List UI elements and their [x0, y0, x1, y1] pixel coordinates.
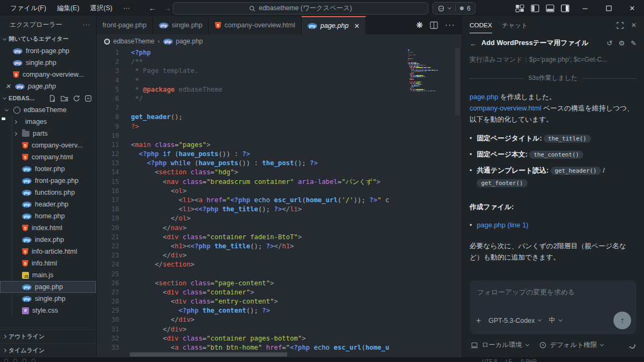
tree-item-info-article-html[interactable]: 5info-article.html: [0, 246, 96, 257]
editor-tab-page-php[interactable]: phppage.php✕: [302, 16, 366, 34]
back-icon[interactable]: ←: [470, 39, 477, 48]
tree-item-edbasetheme[interactable]: edbaseTheme: [0, 104, 96, 116]
open-editor-item[interactable]: phpsingle.php: [0, 57, 96, 69]
editor-tab-front-page-php[interactable]: front-page.php: [97, 16, 153, 34]
menu-item-2[interactable]: 選択(S): [85, 2, 118, 14]
maximize-button[interactable]: [597, 0, 620, 16]
minimap[interactable]: [408, 49, 447, 92]
file-link[interactable]: page.php: [470, 93, 498, 101]
attach-icon[interactable]: +: [476, 316, 481, 326]
code-editor[interactable]: 1234567891011121314151617181920212223242…: [97, 48, 462, 357]
close-window-button[interactable]: ✕: [620, 0, 644, 16]
codex-openai-icon[interactable]: ❋: [416, 20, 423, 30]
split-editor-icon[interactable]: [430, 21, 438, 29]
workspace-header[interactable]: EDBAS...: [0, 92, 96, 104]
chevron-down-icon: [525, 343, 529, 346]
menu-item-1[interactable]: 編集(E): [52, 2, 84, 14]
tree-item-index-php[interactable]: phpindex.php: [0, 234, 96, 246]
laptop-icon: [471, 342, 478, 349]
vscode-window: ファイル(F)編集(E)選択(S)··· ← → edbasetheme (ワー…: [0, 0, 644, 362]
chevron-down-icon: [538, 318, 541, 322]
search-icon: [249, 5, 255, 12]
vertical-scrollbar[interactable]: [455, 48, 460, 115]
tree-item-parts[interactable]: parts: [0, 128, 96, 139]
nav-forward-icon[interactable]: →: [164, 4, 171, 12]
expand-panel-icon[interactable]: [617, 22, 624, 29]
php-icon: php: [22, 296, 32, 302]
html-icon: 5: [215, 22, 221, 29]
created-file-item[interactable]: •page.php (line 1): [470, 219, 636, 231]
outline-section[interactable]: アウトライン: [0, 329, 96, 343]
model-selector[interactable]: GPT-5.3-Codex: [488, 317, 541, 324]
tree-item-images[interactable]: images: [0, 116, 96, 128]
record-icon: [104, 39, 110, 45]
menu-item-3[interactable]: ···: [118, 3, 135, 13]
explorer-more-icon[interactable]: ···: [83, 21, 91, 28]
editor-tab-company-overview-html[interactable]: 5company-overview.html: [209, 16, 302, 34]
command-center-search[interactable]: edbasetheme (ワークスペース): [173, 2, 428, 14]
open-editor-item[interactable]: phpfront-page.php: [0, 45, 96, 57]
copilot-icon: [437, 5, 445, 12]
permission-selector[interactable]: デフォルト権限: [539, 341, 604, 350]
tree-item-style-css[interactable]: #style.css: [0, 305, 96, 316]
tree-item-company-overv-[interactable]: 5company-overv...: [0, 139, 96, 151]
statusbar-item[interactable]: UTF-8: [482, 359, 497, 362]
breadcrumb[interactable]: edbaseTheme › php page.php: [97, 34, 462, 48]
toggle-sidebar-right-icon[interactable]: [561, 4, 569, 12]
tree-item-page-php[interactable]: phppage.php: [0, 281, 96, 293]
new-file-icon[interactable]: [49, 95, 56, 102]
tab-codex[interactable]: CODEX: [470, 17, 492, 33]
tree-item-functions-php[interactable]: phpfunctions.php: [0, 187, 96, 198]
open-editor-item[interactable]: ✕phppage.php: [0, 80, 96, 92]
tab-chat[interactable]: チャット: [502, 17, 528, 34]
status-dot-icon: [460, 6, 464, 10]
html-icon: 5: [22, 142, 28, 149]
tab-more-icon[interactable]: ···: [445, 20, 455, 30]
tree-item-company-html[interactable]: 5company.html: [0, 151, 96, 163]
copilot-pill[interactable]: 6: [433, 2, 475, 14]
tree-item-main-js[interactable]: JSmain.js: [0, 269, 96, 281]
titlebar: ファイル(F)編集(E)選択(S)··· ← → edbasetheme (ワー…: [0, 0, 644, 16]
refresh-icon[interactable]: [73, 95, 80, 102]
close-panel-icon[interactable]: ✕: [631, 21, 636, 29]
new-folder-icon[interactable]: [61, 95, 68, 102]
gear-icon[interactable]: ⚙: [618, 39, 625, 47]
nav-back-icon[interactable]: ←: [149, 4, 156, 12]
tree-item-index-html[interactable]: 5index.html: [0, 222, 96, 234]
toggle-sidebar-left-icon[interactable]: [531, 4, 539, 12]
php-icon: php: [308, 23, 317, 29]
chevron-right-icon: [13, 131, 17, 135]
new-chat-icon[interactable]: ✎: [631, 39, 636, 47]
statusbar-item[interactable]: LF: [506, 359, 512, 362]
timeline-section[interactable]: タイムライン: [0, 343, 96, 357]
statusbar-item[interactable]: {} PHP: [521, 359, 537, 362]
customize-layout-icon[interactable]: [515, 4, 524, 12]
toggle-panel-icon[interactable]: [546, 4, 554, 12]
chevron-down-icon: [3, 95, 6, 99]
tree-item-single-php[interactable]: phpsingle.php: [0, 293, 96, 305]
history-icon[interactable]: ↺: [607, 39, 613, 47]
tree-item-header-php[interactable]: phpheader.php: [0, 198, 96, 210]
statusbar: UTF-8LF{} PHP: [0, 357, 644, 362]
file-link[interactable]: company-overview.html: [470, 104, 541, 112]
horizontal-scrollbar[interactable]: [130, 352, 287, 357]
file-link[interactable]: page.php (line 1): [477, 221, 528, 229]
line-numbers: 1234567891011121314151617181920212223242…: [97, 48, 119, 352]
close-icon[interactable]: ✕: [4, 83, 12, 90]
open-editor-item[interactable]: 5company-overview...: [0, 69, 96, 80]
environment-selector[interactable]: ローカル環境: [471, 341, 529, 350]
tree-item-info-html[interactable]: 5info.html: [0, 257, 96, 269]
collapse-all-icon[interactable]: [85, 95, 92, 102]
tree-item-footer-php[interactable]: phpfooter.php: [0, 163, 96, 175]
effort-selector[interactable]: 中: [548, 316, 561, 325]
minimize-button[interactable]: ─: [573, 0, 597, 16]
followup-input[interactable]: フォローアップの変更を求める + GPT-5.3-Codex 中 ↑: [470, 280, 636, 334]
tree-item-home-php[interactable]: phphome.php: [0, 210, 96, 222]
open-editors-header[interactable]: 開いているエディター: [0, 33, 96, 45]
send-button[interactable]: ↑: [613, 312, 631, 329]
close-tab-icon[interactable]: ✕: [354, 22, 360, 30]
editor-tab-single-php[interactable]: phpsingle.php: [153, 16, 209, 34]
menu-bar: ファイル(F)編集(E)選択(S)···: [0, 2, 135, 14]
tree-item-front-page-php[interactable]: phpfront-page.php: [0, 175, 96, 187]
menu-item-0[interactable]: ファイル(F): [5, 2, 51, 14]
